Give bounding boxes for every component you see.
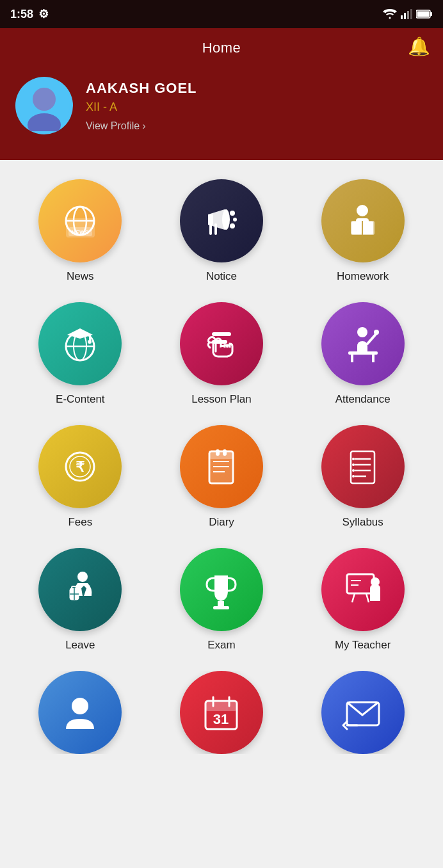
diary-icon-bg (180, 425, 263, 508)
header-title: Home (202, 40, 241, 56)
menu-item-lessonplan[interactable]: Lesson Plan (154, 302, 289, 406)
svg-line-41 (367, 334, 376, 344)
profile-info: AAKASH GOEL XII - A View Profile › (86, 80, 197, 132)
svg-rect-27 (351, 221, 362, 234)
svg-rect-5 (430, 12, 432, 16)
svg-rect-3 (410, 9, 412, 19)
svg-rect-16 (208, 214, 213, 225)
svg-line-74 (352, 593, 355, 602)
syllabus-label: Syllabus (342, 516, 383, 529)
svg-point-23 (357, 205, 368, 216)
diary-label: Diary (209, 516, 234, 529)
status-icons (383, 9, 433, 19)
svg-point-9 (33, 88, 56, 111)
homework-icon-bg (321, 179, 405, 262)
svg-rect-28 (363, 221, 373, 234)
news-label: News (67, 270, 94, 283)
message-icon-bg (321, 671, 405, 754)
leave-icon-bg (38, 548, 122, 631)
profile2-icon-bg (38, 671, 122, 754)
profile-class: XII - A (86, 100, 197, 114)
svg-text:NEWS: NEWS (71, 229, 88, 236)
menu-item-attendance[interactable]: Attendance (295, 302, 430, 406)
menu-item-econtent[interactable]: E-Content (13, 302, 148, 406)
svg-rect-71 (347, 574, 374, 593)
svg-point-59 (352, 458, 355, 460)
menu-item-news[interactable]: NEWS News (13, 179, 148, 283)
leave-label: Leave (65, 639, 95, 652)
exam-icon-bg (180, 548, 263, 631)
view-profile-link[interactable]: View Profile › (86, 120, 197, 132)
wifi-icon (383, 9, 397, 19)
fees-icon-bg: ₹ (38, 425, 122, 508)
svg-point-22 (230, 223, 235, 229)
svg-rect-69 (213, 606, 229, 609)
svg-rect-35 (212, 332, 231, 336)
svg-point-61 (352, 469, 355, 472)
lessonplan-icon-bg (180, 302, 263, 385)
exam-label: Exam (207, 639, 235, 652)
menu-item-fees[interactable]: ₹ Fees (13, 425, 148, 529)
svg-rect-53 (209, 451, 233, 459)
time-display: 1:58 (10, 8, 33, 21)
svg-rect-6 (417, 12, 430, 17)
homework-label: Homework (337, 270, 389, 283)
svg-point-20 (230, 211, 235, 216)
gear-icon: ⚙ (38, 7, 49, 21)
menu-grid: NEWS News Notice (0, 160, 443, 671)
svg-point-42 (374, 330, 379, 335)
econtent-icon-bg (38, 302, 122, 385)
avatar (15, 77, 73, 134)
svg-point-21 (233, 218, 237, 221)
menu-item-myteacher[interactable]: My Teacher (295, 548, 430, 652)
menu-item-calendar[interactable]: 31 (154, 671, 289, 754)
profile-name: AAKASH GOEL (86, 80, 197, 97)
news-icon-bg: NEWS (38, 179, 122, 262)
menu-item-leave[interactable]: Leave (13, 548, 148, 652)
svg-rect-54 (351, 451, 375, 483)
fees-label: Fees (68, 516, 92, 529)
profile-section: AAKASH GOEL XII - A View Profile › (0, 64, 443, 160)
menu-item-profile2[interactable] (13, 671, 148, 754)
svg-rect-0 (401, 15, 403, 19)
svg-rect-36 (212, 340, 227, 344)
lessonplan-label: Lesson Plan (191, 393, 252, 406)
header: Home 🔔 (0, 28, 443, 64)
menu-item-diary[interactable]: Diary (154, 425, 289, 529)
svg-rect-2 (407, 11, 409, 19)
attendance-icon-bg (321, 302, 405, 385)
chevron-right-icon: › (142, 120, 145, 132)
svg-point-34 (88, 340, 92, 344)
svg-rect-39 (351, 355, 353, 362)
signal-icon (401, 9, 412, 19)
myteacher-label: My Teacher (335, 639, 391, 652)
myteacher-icon-bg (321, 548, 405, 631)
status-bar: 1:58 ⚙ (0, 0, 443, 28)
svg-rect-68 (218, 601, 224, 606)
svg-point-60 (352, 463, 355, 466)
svg-point-63 (77, 572, 88, 582)
svg-rect-79 (205, 701, 237, 711)
menu-item-exam[interactable]: Exam (154, 548, 289, 652)
svg-point-17 (222, 209, 230, 230)
menu-item-notice[interactable]: Notice (154, 179, 289, 283)
notice-label: Notice (206, 270, 237, 283)
svg-rect-40 (372, 355, 375, 362)
menu-item-syllabus[interactable]: Syllabus (295, 425, 430, 529)
notice-icon-bg (180, 179, 263, 262)
syllabus-icon-bg (321, 425, 405, 508)
econtent-label: E-Content (56, 393, 105, 406)
svg-point-37 (357, 327, 367, 337)
bottom-partial-row: 31 (0, 671, 443, 760)
bell-icon[interactable]: 🔔 (408, 36, 430, 57)
attendance-label: Attendance (335, 393, 391, 406)
menu-item-homework[interactable]: Homework (295, 179, 430, 283)
svg-point-77 (72, 698, 88, 714)
svg-text:31: 31 (213, 711, 229, 727)
svg-text:₹: ₹ (76, 459, 85, 475)
svg-rect-38 (348, 351, 378, 355)
battery-icon (416, 10, 433, 19)
svg-rect-1 (404, 13, 406, 19)
calendar-icon-bg: 31 (180, 671, 263, 754)
menu-item-message[interactable] (295, 671, 430, 754)
